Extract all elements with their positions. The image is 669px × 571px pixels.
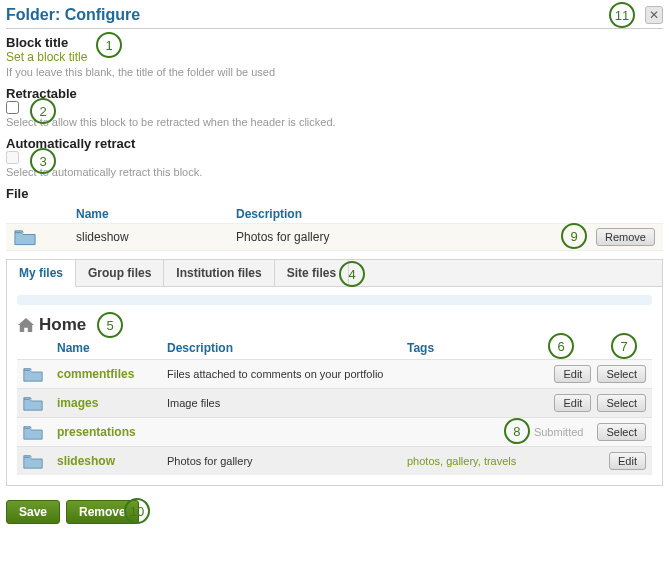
callout-8: 8 [504, 418, 530, 444]
home-icon [17, 317, 35, 333]
folder-tags: photos, gallery, travels [407, 455, 609, 467]
edit-button[interactable]: Edit [609, 452, 646, 470]
folder-desc: Files attached to comments on your portf… [167, 368, 407, 380]
tab-group-files[interactable]: Group files [76, 260, 164, 286]
list-item: commentfilesFiles attached to comments o… [17, 359, 652, 388]
retractable-hint: Select to allow this block to be retract… [6, 116, 663, 128]
close-icon: ✕ [649, 8, 659, 22]
list-item: slideshowPhotos for galleryphotos, galle… [17, 446, 652, 475]
list-col-name[interactable]: Name [57, 341, 167, 355]
retractable-label: Retractable [6, 86, 663, 101]
remove-block-button[interactable]: Remove [66, 500, 139, 524]
folder-icon [14, 229, 36, 245]
tag-link[interactable]: gallery [446, 455, 478, 467]
select-button[interactable]: Select [597, 394, 646, 412]
auto-retract-hint: Select to automatically retract this blo… [6, 166, 663, 178]
file-label: File [6, 186, 663, 201]
select-button[interactable]: Select [597, 423, 646, 441]
dialog-title: Folder: Configure [6, 6, 140, 24]
folder-name-link[interactable]: images [57, 396, 167, 410]
auto-retract-checkbox[interactable] [6, 151, 19, 164]
selected-file-name: slideshow [76, 230, 236, 244]
row-actions: EditSelect [554, 394, 646, 412]
auto-retract-label: Automatically retract [6, 136, 663, 151]
list-item: presentationsSubmitted8Select [17, 417, 652, 446]
block-title-label: Block title [6, 35, 663, 50]
submitted-label: Submitted [534, 426, 584, 438]
list-col-tags[interactable]: Tags [407, 341, 652, 355]
folder-desc: Photos for gallery [167, 455, 407, 467]
file-col-desc: Description [236, 207, 436, 221]
row-actions: Edit [609, 452, 646, 470]
retractable-checkbox[interactable] [6, 101, 19, 114]
block-title-hint: If you leave this blank, the title of th… [6, 66, 663, 78]
row-actions: EditSelect [554, 365, 646, 383]
breadcrumb: Home 5 [17, 315, 652, 335]
folder-name-link[interactable]: commentfiles [57, 367, 167, 381]
row-actions: Submitted8Select [534, 423, 646, 441]
quota-bar [17, 295, 652, 305]
tab-my-files[interactable]: My files [7, 260, 76, 287]
file-tabs: My files Group files Institution files S… [7, 260, 662, 287]
folder-icon [23, 454, 43, 469]
breadcrumb-home[interactable]: Home [39, 315, 86, 335]
folder-desc: Image files [167, 397, 407, 409]
save-button[interactable]: Save [6, 500, 60, 524]
folder-icon [23, 367, 43, 382]
select-button[interactable]: Select [597, 365, 646, 383]
list-col-desc[interactable]: Description [167, 341, 407, 355]
file-col-name: Name [76, 207, 236, 221]
callout-5: 5 [97, 312, 123, 338]
tag-link[interactable]: photos [407, 455, 440, 467]
folder-name-link[interactable]: slideshow [57, 454, 167, 468]
tab-institution-files[interactable]: Institution files [164, 260, 274, 286]
callout-11: 11 [609, 2, 635, 28]
selected-file-desc: Photos for gallery [236, 230, 596, 244]
list-item: imagesImage filesEditSelect [17, 388, 652, 417]
remove-file-button[interactable]: Remove [596, 228, 655, 246]
close-button[interactable]: ✕ [645, 6, 663, 24]
tag-link[interactable]: travels [484, 455, 516, 467]
edit-button[interactable]: Edit [554, 365, 591, 383]
set-block-title-link[interactable]: Set a block title [6, 50, 663, 64]
folder-icon [23, 425, 43, 440]
edit-button[interactable]: Edit [554, 394, 591, 412]
folder-name-link[interactable]: presentations [57, 425, 167, 439]
folder-icon [23, 396, 43, 411]
tab-site-files[interactable]: Site files [275, 260, 349, 286]
selected-file-row: slideshow Photos for gallery Remove 9 [6, 223, 663, 251]
